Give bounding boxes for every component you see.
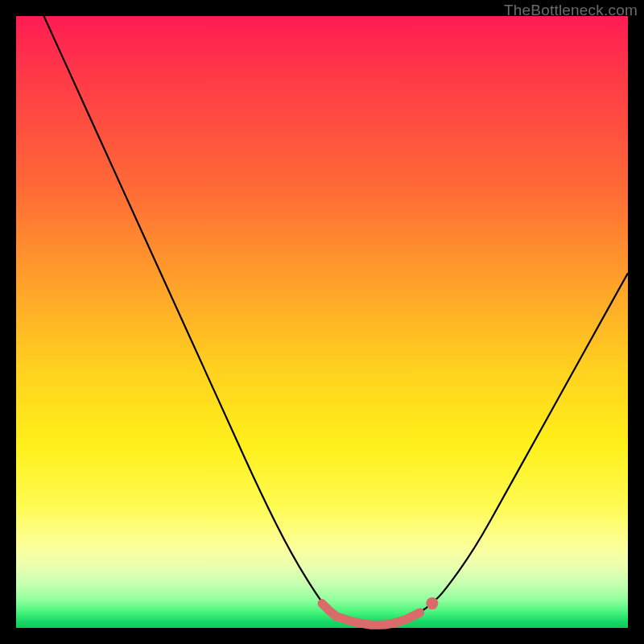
svg-point-0 (426, 597, 438, 609)
watermark-text: TheBottleneck.com (504, 2, 638, 19)
chart-frame: TheBottleneck.com (0, 0, 644, 644)
bottleneck-curve (16, 16, 628, 628)
plot-area (16, 16, 628, 628)
